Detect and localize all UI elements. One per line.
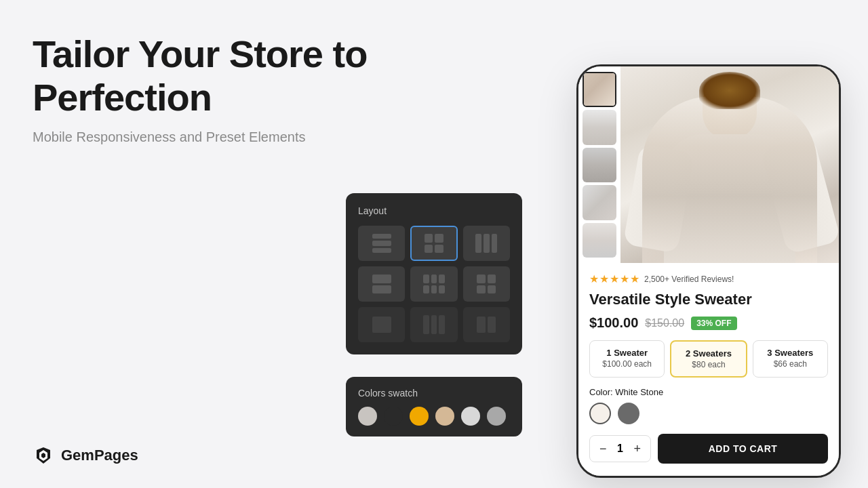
swatch-panel-label: Colors swatch [358,388,510,399]
qty-value: 1 [615,443,626,455]
product-name: Versatile Style Sweater [589,291,828,308]
layout-option-8[interactable] [410,307,457,342]
layout-panel: Layout [346,193,522,354]
thumb-5[interactable] [583,223,616,258]
thumb-4[interactable] [583,185,616,220]
phone-inner: ★★★★★ 2,500+ Verified Reviews! Versatile… [578,66,839,476]
layout-option-3[interactable] [463,226,510,261]
color-dark-gray[interactable] [618,403,639,424]
logo-section: GemPages [33,445,138,466]
qty-increase-button[interactable]: + [634,443,642,455]
layout-grid [358,226,510,342]
bundle-option-2[interactable]: 2 Sweaters $80 each [670,340,747,378]
color-white-stone[interactable] [589,403,611,424]
product-main-image [620,66,839,263]
bundle-option-1[interactable]: 1 Sweater $100.00 each [589,340,665,378]
bundle-qty-3: 3 Sweaters [759,348,822,358]
color-options [589,403,828,424]
swatch-light-gray[interactable] [358,407,377,426]
color-name: White Stone [615,387,663,397]
bundle-option-3[interactable]: 3 Sweaters $66 each [753,340,828,378]
bundle-qty-1: 1 Sweater [595,348,658,358]
layout-option-9[interactable] [463,307,510,342]
thumb-3[interactable] [583,148,616,182]
layout-option-5[interactable] [410,266,457,302]
bundle-price-1: $100.00 each [595,359,658,369]
thumb-1[interactable] [583,72,616,107]
layout-option-2[interactable] [410,226,457,261]
left-section: Tailor Your Store to Perfection Mobile R… [33,33,494,145]
swatch-tan[interactable] [435,407,454,426]
layout-option-6[interactable] [463,266,510,302]
layout-option-7[interactable] [358,307,405,342]
color-label-text: Color: [589,387,613,397]
thumbnail-sidebar [578,66,620,263]
subtitle: Mobile Responsiveness and Preset Element… [33,129,494,145]
reviews-count: 2,500+ Verified Reviews! [644,274,734,284]
swatch-gray[interactable] [487,407,506,426]
star-rating: ★★★★★ [589,272,640,285]
image-section [578,66,839,263]
qty-decrease-button[interactable]: − [599,443,607,455]
price-row: $100.00 $150.00 33% OFF [589,315,828,331]
swatch-silver[interactable] [461,407,480,426]
gempages-logo-text: GemPages [61,447,138,464]
reviews-row: ★★★★★ 2,500+ Verified Reviews! [589,272,828,285]
discount-badge: 33% OFF [691,317,736,330]
layout-panel-label: Layout [358,205,510,216]
price-current: $100.00 [589,315,638,331]
swatch-gold[interactable] [410,407,429,426]
layout-option-4[interactable] [358,266,405,302]
add-to-cart-button[interactable]: ADD TO CART [658,434,828,464]
color-label: Color: White Stone [589,387,828,397]
quantity-control[interactable]: − 1 + [589,435,651,462]
bundle-qty-2: 2 Sweaters [677,348,740,359]
main-title: Tailor Your Store to Perfection [33,33,494,120]
swatches-row [358,407,510,426]
price-original: $150.00 [645,317,684,329]
color-section: Color: White Stone [589,387,828,424]
gempages-logo-icon [33,445,54,466]
bundle-price-3: $66 each [759,359,822,369]
phone-mockup: ★★★★★ 2,500+ Verified Reviews! Versatile… [576,64,841,478]
cart-section: − 1 + ADD TO CART [589,434,828,469]
bundle-price-2: $80 each [677,360,740,369]
bundle-options: 1 Sweater $100.00 each 2 Sweaters $80 ea… [589,340,828,378]
layout-option-1[interactable] [358,226,405,261]
swatch-black[interactable] [384,407,403,426]
thumb-2[interactable] [583,110,616,144]
phone-content: ★★★★★ 2,500+ Verified Reviews! Versatile… [578,66,839,476]
product-details: ★★★★★ 2,500+ Verified Reviews! Versatile… [578,263,839,476]
swatch-panel: Colors swatch [346,377,522,436]
